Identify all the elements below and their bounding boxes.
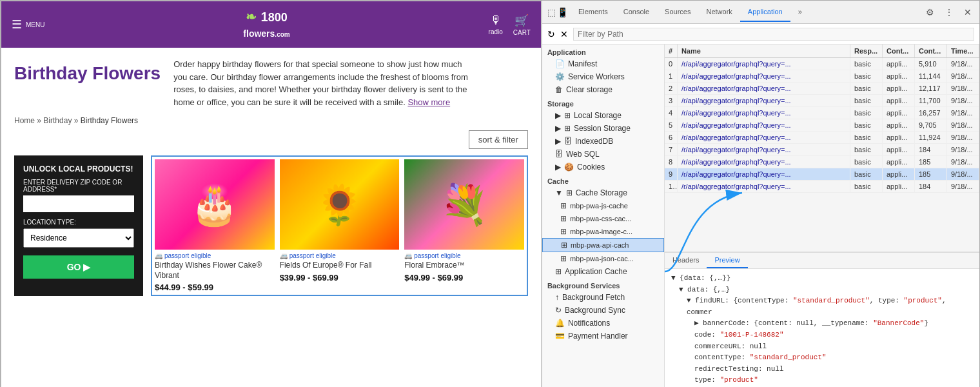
more-options-icon[interactable]: ⋮ [942, 6, 956, 19]
network-row-5[interactable]: 5 /r/api/aggregator/graphql?query=... ba… [665, 119, 979, 132]
col-cont2: Cont... [915, 45, 947, 57]
devtools-right: # Name Resp... Cont... Cont... Time... 0… [665, 45, 979, 387]
network-row-9[interactable]: 9 /r/api/aggregator/graphql?query=... ba… [665, 168, 979, 181]
sidebar-bg-fetch[interactable]: ↑ Background Fetch [542, 291, 664, 304]
product-image-3: 💐 [404, 159, 524, 250]
devtools-device-icon[interactable]: 📱 [557, 7, 568, 17]
page-title: Birthday Flowers [14, 63, 161, 84]
sidebar-pwa-json-cache[interactable]: ⊞ mbp-pwa-json-cac... [542, 252, 664, 265]
cell-cont2: 11,144 [915, 70, 947, 82]
passport-badge-1: 🚐 passport eligible [155, 252, 275, 259]
network-row-0[interactable]: 0 /r/api/aggregator/graphql?query=... ba… [665, 58, 979, 70]
sidebar-indexeddb[interactable]: ▶ 🗄 IndexedDB [542, 135, 664, 148]
expand-icon-ls: ▶ [555, 111, 561, 120]
sidebar-payment-handler[interactable]: 💳 Payment Handler [542, 330, 664, 342]
sidebar-bg-sync[interactable]: ↻ Background Sync [542, 304, 664, 317]
site-header: ☰ MENU ❧ 1800 flowers.com 🎙 radio 🛒 CART [1, 1, 541, 48]
tab-sources[interactable]: Sources [657, 3, 698, 22]
network-row-1[interactable]: 1 /r/api/aggregator/graphql?query=... ba… [665, 70, 979, 83]
json-line: contentType: "standard_product" [671, 352, 973, 364]
cell-cont2: 11,924 [915, 132, 947, 143]
pwa-js-icon: ⊞ [560, 201, 567, 210]
cell-time: 9/18/... [947, 95, 979, 106]
close-icon[interactable]: ✕ [961, 6, 974, 19]
network-row-4[interactable]: 4 /r/api/aggregator/graphql?query=... ba… [665, 107, 979, 119]
json-line: code: "1001-P-148682" [671, 330, 973, 341]
menu-icon: ☰ [12, 17, 22, 32]
network-row-10[interactable]: 10 /r/api/aggregator/graphql?query=... b… [665, 181, 979, 193]
product-name-2[interactable]: Fields Of Europe® For Fall [280, 261, 400, 271]
filter-input[interactable] [573, 28, 974, 41]
sidebar-pwa-css-cache[interactable]: ⊞ mbp-pwa-css-cac... [542, 212, 664, 225]
tab-console[interactable]: Console [616, 3, 657, 22]
sidebar-pwa-js-cache[interactable]: ⊞ mbp-pwa-js-cache [542, 199, 664, 212]
website-panel: ☰ MENU ❧ 1800 flowers.com 🎙 radio 🛒 CART [1, 1, 542, 387]
devtools-main: Application 📄 Manifest ⚙️ Service Worker… [542, 45, 979, 387]
sidebar-notifications[interactable]: 🔔 Notifications [542, 317, 664, 330]
sidebar-local-storage[interactable]: ▶ ⊞ Local Storage [542, 109, 664, 122]
pwa-json-icon: ⊞ [560, 254, 567, 263]
section-cache: Cache [542, 174, 664, 186]
go-button[interactable]: GO ▶ [23, 255, 134, 279]
network-row-6[interactable]: 6 /r/api/aggregator/graphql?query=... ba… [665, 132, 979, 144]
tab-network[interactable]: Network [698, 3, 740, 22]
product-image-2: 🌻 [280, 159, 400, 250]
sidebar-cookies[interactable]: ▶ 🍪 Cookies [542, 161, 664, 174]
sidebar-clear-storage[interactable]: 🗑 Clear storage [542, 83, 664, 96]
cell-resp: basic [850, 132, 883, 143]
network-row-2[interactable]: 2 /r/api/aggregator/graphql?query=... ba… [665, 83, 979, 95]
breadcrumb-home[interactable]: Home [14, 116, 35, 125]
settings-icon[interactable]: ⚙ [923, 6, 937, 19]
tab-more[interactable]: » [790, 3, 810, 22]
cell-cont2: 12,117 [915, 83, 947, 94]
headers-tab[interactable]: Headers [665, 253, 707, 268]
refresh-icon[interactable]: ↻ [547, 29, 555, 39]
network-row-8[interactable]: 8 /r/api/aggregator/graphql?query=... ba… [665, 156, 979, 168]
clear-icon[interactable]: ✕ [560, 29, 568, 39]
tab-elements[interactable]: Elements [571, 3, 616, 22]
cell-num: 0 [665, 58, 678, 70]
sidebar-app-cache[interactable]: ⊞ Application Cache [542, 265, 664, 278]
network-table: # Name Resp... Cont... Cont... Time... 0… [665, 45, 979, 252]
sidebar-pwa-image-cache[interactable]: ⊞ mbp-pwa-image-c... [542, 225, 664, 238]
breadcrumb: Home » Birthday » Birthday Flowers [14, 116, 528, 125]
network-row-3[interactable]: 3 /r/api/aggregator/graphql?query=... ba… [665, 95, 979, 107]
product-card-1: 🎂 🚐 passport eligible Birthday Wishes Fl… [155, 159, 275, 292]
cart-icon-group[interactable]: 🛒 CART [513, 14, 531, 36]
sidebar-pwa-api-cache[interactable]: ⊞ mbp-pwa-api-cach [542, 238, 664, 252]
devtools-bottom: Headers Preview ▼ {data: {,…}}▼ data: {,… [665, 252, 979, 387]
tab-application[interactable]: Application [740, 3, 790, 22]
product-name-3[interactable]: Floral Embrace™ [404, 261, 524, 271]
sidebar-web-sql[interactable]: 🗄 Web SQL [542, 148, 664, 161]
devtools-inspect-icon[interactable]: ⬚ [547, 7, 556, 17]
storage-icon-ss: ⊞ [564, 124, 571, 133]
location-select[interactable]: Residence Business Hospital Funeral Home [23, 228, 134, 248]
cell-num: 1 [665, 70, 678, 82]
preview-tab[interactable]: Preview [707, 253, 747, 268]
show-more-link[interactable]: Show more [407, 97, 450, 107]
radio-icon-group[interactable]: 🎙 radio [489, 14, 503, 35]
product-name-1[interactable]: Birthday Wishes Flower Cake® Vibrant [155, 261, 275, 281]
bg-fetch-icon: ↑ [555, 293, 559, 302]
breadcrumb-birthday[interactable]: Birthday [43, 116, 72, 125]
network-row-7[interactable]: 7 /r/api/aggregator/graphql?query=... ba… [665, 144, 979, 156]
cell-cont1: appli... [883, 156, 915, 168]
bottom-tabs: Headers Preview [665, 253, 979, 269]
cell-cont1: appli... [883, 144, 915, 155]
sidebar-cache-storage[interactable]: ▼ ⊞ Cache Storage [542, 186, 664, 199]
payment-icon: 💳 [555, 332, 565, 341]
sidebar-session-storage[interactable]: ▶ ⊞ Session Storage [542, 122, 664, 135]
sidebar-manifest[interactable]: 📄 Manifest [542, 57, 664, 70]
sidebar-service-workers[interactable]: ⚙️ Service Workers [542, 70, 664, 83]
cell-cont1: appli... [883, 168, 915, 180]
sort-filter-button[interactable]: sort & filter [469, 130, 528, 149]
cell-time: 9/18/... [947, 70, 979, 82]
cell-name: /r/api/aggregator/graphql?query=... [678, 181, 850, 192]
menu-label[interactable]: MENU [26, 21, 44, 28]
zip-input[interactable] [23, 195, 134, 212]
passport-badge-2: 🚐 passport eligible [280, 252, 400, 259]
expand-icon-ss: ▶ [555, 124, 561, 133]
section-background-services: Background Services [542, 278, 664, 291]
product-grid: 🎂 🚐 passport eligible Birthday Wishes Fl… [151, 155, 528, 296]
cookies-icon: 🍪 [564, 163, 574, 172]
